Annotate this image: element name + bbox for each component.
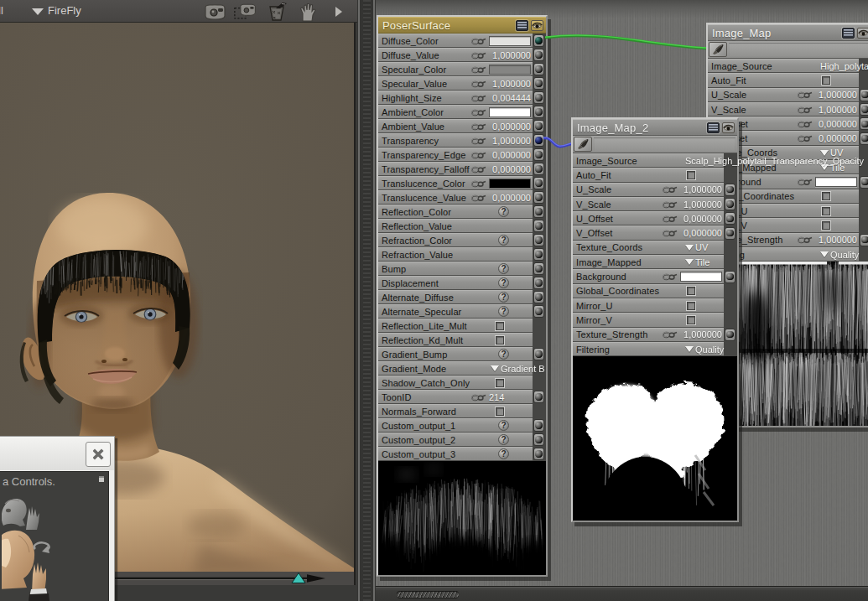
chain-link-icon[interactable] bbox=[471, 95, 486, 102]
camera-controls-thumbnails[interactable] bbox=[2, 487, 109, 601]
chain-link-icon[interactable] bbox=[471, 66, 486, 74]
parameter-bar[interactable]: Highlight_Size 0,004444 bbox=[378, 91, 533, 105]
connector-nub[interactable] bbox=[533, 106, 544, 118]
dropdown[interactable]: UV bbox=[685, 242, 708, 252]
connector-nub[interactable] bbox=[725, 184, 735, 196]
connector-nub[interactable] bbox=[533, 134, 544, 147]
chain-link-icon[interactable] bbox=[471, 394, 486, 402]
dropdown[interactable]: Quality bbox=[820, 250, 859, 260]
connector-nub[interactable] bbox=[533, 348, 544, 360]
connector-nub[interactable] bbox=[533, 91, 544, 104]
connector-nub[interactable] bbox=[533, 234, 544, 246]
param-value[interactable]: 1,000000 bbox=[683, 184, 722, 194]
face-camera-thumb[interactable] bbox=[2, 531, 34, 589]
checkbox[interactable] bbox=[496, 322, 504, 330]
connector-nub[interactable] bbox=[533, 49, 544, 61]
connector-nub[interactable] bbox=[860, 117, 868, 130]
help-icon[interactable]: ? bbox=[498, 206, 509, 217]
chain-link-icon[interactable] bbox=[663, 201, 678, 209]
connector-nub[interactable] bbox=[725, 212, 735, 225]
checkbox[interactable] bbox=[496, 379, 504, 387]
chain-link-icon[interactable] bbox=[471, 109, 486, 117]
edit-texture-button[interactable] bbox=[709, 42, 727, 57]
parameter-bar[interactable]: Image_MappedTile bbox=[573, 255, 724, 269]
param-value[interactable]: 0,000000 bbox=[683, 228, 722, 238]
dropdown[interactable]: Gradient B bbox=[491, 364, 545, 374]
connector-nub[interactable] bbox=[533, 120, 544, 132]
chain-link-icon[interactable] bbox=[798, 135, 813, 142]
param-value[interactable]: 0,004444 bbox=[492, 93, 531, 103]
node-panel-posersurface[interactable]: PoserSurface Diffuse_Color Diffuse_Value… bbox=[377, 15, 548, 577]
color-swatch[interactable] bbox=[489, 65, 531, 75]
parameter-bar[interactable]: Texture_Strength 1,000000 bbox=[573, 328, 724, 342]
more-options-arrow-icon[interactable] bbox=[327, 2, 351, 22]
hand-camera-thumb[interactable] bbox=[26, 506, 39, 530]
color-swatch[interactable] bbox=[489, 179, 531, 189]
drag-grip[interactable] bbox=[397, 591, 459, 598]
parameter-bar[interactable]: Background bbox=[573, 269, 724, 283]
chain-link-icon[interactable] bbox=[663, 230, 678, 237]
chain-link-icon[interactable] bbox=[471, 194, 486, 202]
node-list-button[interactable] bbox=[707, 122, 720, 133]
parameter-bar[interactable]: Reflection_Color? bbox=[378, 205, 533, 219]
parameter-bar[interactable]: Shadow_Catch_Only bbox=[378, 376, 533, 390]
parameter-bar[interactable]: Ambient_Color bbox=[378, 105, 533, 119]
dropdown[interactable]: Quality bbox=[685, 345, 724, 355]
param-value[interactable]: 0,000000 bbox=[492, 193, 531, 203]
param-value[interactable]: 214 bbox=[489, 392, 504, 402]
node-preview-toggle-button[interactable] bbox=[531, 20, 543, 31]
checkbox[interactable] bbox=[496, 407, 504, 416]
render-camera-icon[interactable] bbox=[203, 2, 226, 22]
chain-link-icon[interactable] bbox=[798, 179, 813, 186]
parameter-bar[interactable]: Image_SourceScalp_High_polytail_Transpar… bbox=[573, 153, 724, 168]
parameter-bar[interactable]: Transparency 1,000000 bbox=[378, 133, 533, 148]
chain-link-icon[interactable] bbox=[798, 91, 813, 99]
connector-nub[interactable] bbox=[725, 329, 735, 341]
parameter-bar[interactable]: Specular_Color bbox=[378, 62, 533, 76]
connector-nub[interactable] bbox=[860, 132, 868, 145]
parameter-bar[interactable]: V_Offset 0,000000 bbox=[573, 225, 724, 240]
help-icon[interactable]: ? bbox=[498, 235, 509, 246]
connector-nub[interactable] bbox=[533, 191, 544, 204]
parameter-bar[interactable]: Refraction_Value bbox=[378, 247, 533, 262]
parameter-bar[interactable]: Custom_output_2? bbox=[378, 433, 533, 447]
param-value[interactable]: 1,000000 bbox=[683, 199, 722, 210]
connector-nub[interactable] bbox=[533, 248, 544, 261]
node-preview-toggle-button[interactable] bbox=[857, 28, 868, 39]
node-titlebar[interactable]: PoserSurface bbox=[378, 17, 546, 34]
param-value[interactable]: 1,000000 bbox=[492, 50, 531, 60]
clear-render-icon[interactable] bbox=[265, 2, 288, 22]
parameter-bar[interactable]: Translucence_Value 0,000000 bbox=[378, 190, 533, 205]
help-icon[interactable]: ? bbox=[498, 448, 509, 459]
parameter-bar[interactable]: Image_SourceHigh_polytail bbox=[708, 59, 859, 73]
param-value[interactable]: 1,000000 bbox=[819, 105, 857, 115]
param-value[interactable]: 0,000000 bbox=[492, 122, 531, 132]
connector-nub[interactable] bbox=[860, 89, 868, 101]
chain-link-icon[interactable] bbox=[663, 215, 678, 223]
param-value[interactable]: 1,000000 bbox=[492, 79, 531, 89]
vertical-splitter[interactable] bbox=[357, 0, 376, 601]
param-value[interactable]: 1,000000 bbox=[819, 235, 857, 245]
checkbox[interactable] bbox=[822, 207, 830, 215]
rotate-camera-thumb[interactable] bbox=[34, 542, 49, 553]
node-list-button[interactable] bbox=[516, 20, 528, 31]
color-swatch[interactable] bbox=[815, 177, 857, 187]
connector-nub[interactable] bbox=[725, 198, 735, 210]
node-panel-imagemap2[interactable]: Image_Map_2 Image_SourceScalp_High_polyt… bbox=[571, 117, 739, 522]
parameter-bar[interactable]: Gradient_Bump? bbox=[378, 347, 533, 361]
parameter-bar[interactable]: Normals_Forward bbox=[378, 404, 533, 418]
connector-nub[interactable] bbox=[533, 148, 544, 161]
checkbox[interactable] bbox=[687, 302, 695, 310]
parameter-bar[interactable]: Reflection_Lite_Mult bbox=[378, 319, 533, 333]
parameter-bar[interactable]: Mirror_V bbox=[573, 313, 724, 327]
parameter-bar[interactable]: Translucence_Color bbox=[378, 176, 533, 190]
param-value[interactable]: 0,000000 bbox=[819, 133, 857, 143]
param-value[interactable]: 0,000000 bbox=[683, 214, 722, 224]
checkbox[interactable] bbox=[822, 221, 830, 230]
color-swatch[interactable] bbox=[489, 107, 531, 117]
parameter-bar[interactable]: Diffuse_Value 1,000000 bbox=[378, 48, 533, 62]
help-icon[interactable]: ? bbox=[498, 263, 509, 274]
connector-nub[interactable] bbox=[860, 176, 868, 189]
parameter-bar[interactable]: V_Scale 1,000000 bbox=[708, 102, 859, 117]
param-value[interactable]: 1,000000 bbox=[683, 329, 722, 339]
